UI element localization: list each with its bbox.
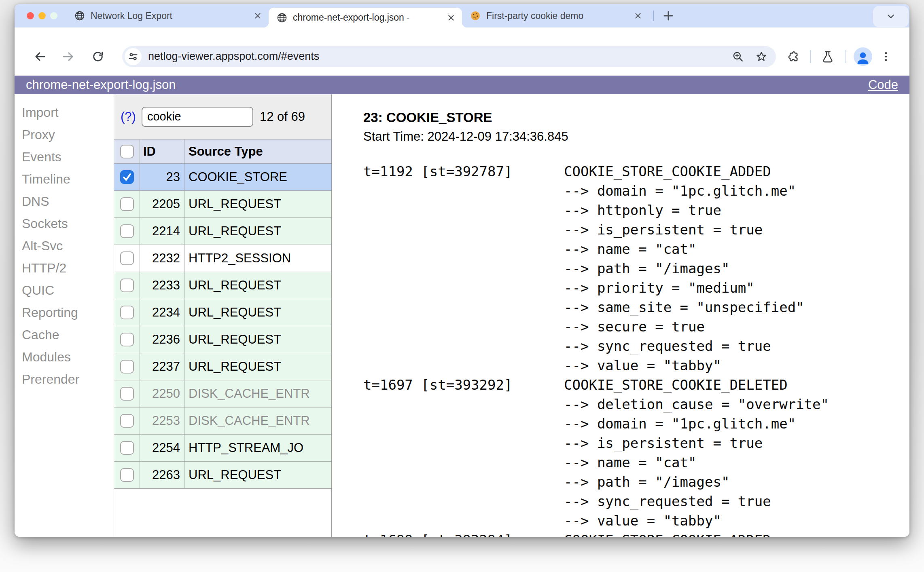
row-check-cell — [114, 326, 140, 353]
tab-network-log-export[interactable]: Network Log Export — [66, 4, 269, 27]
row-checkbox[interactable] — [120, 306, 134, 319]
row-source-type: URL_REQUEST — [184, 272, 331, 299]
forward-button[interactable] — [58, 46, 79, 67]
table-row-2236[interactable]: 2236URL_REQUEST — [114, 326, 331, 353]
sidebar-item-events[interactable]: Events — [22, 146, 114, 168]
labs-flask-icon[interactable] — [818, 47, 837, 66]
table-row-2253[interactable]: 2253DISK_CACHE_ENTR — [114, 407, 331, 435]
sidebar-item-modules[interactable]: Modules — [22, 346, 114, 368]
log-event-header: t=1192 [st=392787]COOKIE_STORE_COOKIE_AD… — [363, 162, 909, 181]
row-source-type: URL_REQUEST — [184, 353, 331, 380]
sidebar-item-sockets[interactable]: Sockets — [22, 213, 114, 235]
site-settings-icon[interactable] — [125, 48, 142, 65]
minimize-window-button[interactable] — [38, 12, 46, 19]
sidebar-item-import[interactable]: Import — [22, 101, 114, 124]
tab-strip: Network Log Export chrome-net-export-log… — [15, 4, 909, 27]
zoom-icon[interactable] — [730, 49, 746, 65]
extensions-icon[interactable] — [783, 47, 803, 66]
globe-icon — [277, 13, 287, 23]
filter-input[interactable] — [142, 107, 253, 127]
close-tab-icon[interactable] — [252, 10, 264, 22]
row-checkbox[interactable] — [120, 251, 134, 265]
log-param: --> name = "cat" — [363, 453, 909, 472]
table-row-23[interactable]: 23COOKIE_STORE — [114, 164, 331, 191]
log-param: --> name = "cat" — [363, 239, 909, 259]
profile-avatar[interactable] — [854, 47, 872, 66]
sidebar-item-reporting[interactable]: Reporting — [22, 302, 114, 324]
table-row-2205[interactable]: 2205URL_REQUEST — [114, 191, 331, 218]
log-time: t=1699 [st=393294] — [363, 532, 564, 537]
maximize-window-button[interactable] — [50, 12, 57, 19]
log-param: --> deletion_cause = "overwrite" — [363, 395, 909, 414]
globe-icon — [74, 11, 85, 21]
row-id: 2250 — [140, 380, 184, 407]
row-checkbox[interactable] — [120, 224, 134, 238]
select-all-cell — [114, 139, 140, 164]
sidebar-item-cache[interactable]: Cache — [22, 324, 114, 346]
tab-title-truncation: - — [407, 12, 410, 23]
select-all-checkbox[interactable] — [120, 145, 134, 158]
column-header-source-type: Source Type — [184, 139, 331, 164]
sidebar-item-timeline[interactable]: Timeline — [22, 168, 114, 190]
log-event-header: t=1699 [st=393294]COOKIE_STORE_COOKIE_AD… — [363, 530, 909, 537]
sidebar-item-quic[interactable]: QUIC — [22, 279, 114, 302]
row-source-type: DISK_CACHE_ENTR — [184, 380, 331, 407]
url-text[interactable]: netlog-viewer.appspot.com/#events — [148, 50, 723, 63]
tab-chrome-net-export-log[interactable]: chrome-net-export-log.json- — [269, 8, 462, 27]
row-checkbox[interactable] — [120, 441, 134, 455]
row-checkbox[interactable] — [120, 333, 134, 346]
sidebar-item-dns[interactable]: DNS — [22, 190, 114, 213]
table-row-2232[interactable]: 2232HTTP2_SESSION — [114, 245, 331, 272]
sidebar-item-proxy[interactable]: Proxy — [22, 124, 114, 146]
row-checkbox[interactable] — [120, 468, 134, 482]
row-checkbox[interactable] — [120, 170, 134, 184]
row-check-cell — [114, 218, 140, 245]
log-param-text: --> domain = "1pc.glitch.me" — [564, 416, 796, 432]
tab-first-party-cookie-demo[interactable]: First-party cookie demo — [462, 4, 649, 27]
row-check-cell — [114, 299, 140, 326]
log-param: --> path = "/images" — [363, 472, 909, 492]
sidebar-nav: ImportProxyEventsTimelineDNSSocketsAlt-S… — [15, 94, 114, 537]
sidebar-item-http-2[interactable]: HTTP/2 — [22, 257, 114, 279]
log-param-text: --> is_persistent = true — [564, 222, 763, 238]
row-id: 2236 — [140, 326, 184, 353]
log-param-text: --> deletion_cause = "overwrite" — [564, 396, 829, 412]
row-checkbox[interactable] — [120, 197, 134, 211]
sidebar-item-alt-svc[interactable]: Alt-Svc — [22, 235, 114, 257]
table-row-2250[interactable]: 2250DISK_CACHE_ENTR — [114, 380, 331, 407]
filter-bar: (?) 12 of 69 — [114, 94, 331, 139]
menu-kebab-icon[interactable] — [876, 47, 896, 66]
table-row-2214[interactable]: 2214URL_REQUEST — [114, 218, 331, 245]
table-row-2263[interactable]: 2263URL_REQUEST — [114, 462, 331, 489]
filter-help-link[interactable]: (?) — [121, 110, 136, 124]
row-id: 2205 — [140, 191, 184, 218]
close-tab-icon[interactable] — [632, 10, 644, 22]
code-link[interactable]: Code — [868, 78, 898, 92]
table-row-2233[interactable]: 2233URL_REQUEST — [114, 272, 331, 299]
row-checkbox[interactable] — [120, 387, 134, 401]
row-source-type: URL_REQUEST — [184, 218, 331, 245]
close-window-button[interactable] — [27, 12, 34, 19]
bookmark-star-icon[interactable] — [753, 49, 769, 65]
log-param: --> path = "/images" — [363, 259, 909, 278]
row-checkbox[interactable] — [120, 414, 134, 428]
row-check-cell — [114, 191, 140, 218]
new-tab-button[interactable] — [660, 8, 676, 24]
row-checkbox[interactable] — [120, 360, 134, 374]
address-bar[interactable]: netlog-viewer.appspot.com/#events — [122, 46, 776, 67]
log-param-text: --> path = "/images" — [564, 260, 729, 277]
row-id: 2253 — [140, 407, 184, 435]
log-event-name: COOKIE_STORE_COOKIE_ADDED — [564, 163, 771, 179]
table-row-2237[interactable]: 2237URL_REQUEST — [114, 353, 331, 380]
table-row-2234[interactable]: 2234URL_REQUEST — [114, 299, 331, 326]
close-tab-icon[interactable] — [445, 12, 457, 24]
tab-search-button[interactable] — [873, 6, 909, 27]
sidebar-item-prerender[interactable]: Prerender — [22, 368, 114, 390]
log-param-text: --> sync_requested = true — [564, 338, 771, 354]
log-param: --> domain = "1pc.glitch.me" — [363, 414, 909, 433]
row-checkbox[interactable] — [120, 279, 134, 292]
table-row-2254[interactable]: 2254HTTP_STREAM_JO — [114, 435, 331, 462]
back-button[interactable] — [29, 46, 50, 67]
reload-button[interactable] — [87, 46, 108, 67]
log-param: --> same_site = "unspecified" — [363, 298, 909, 317]
